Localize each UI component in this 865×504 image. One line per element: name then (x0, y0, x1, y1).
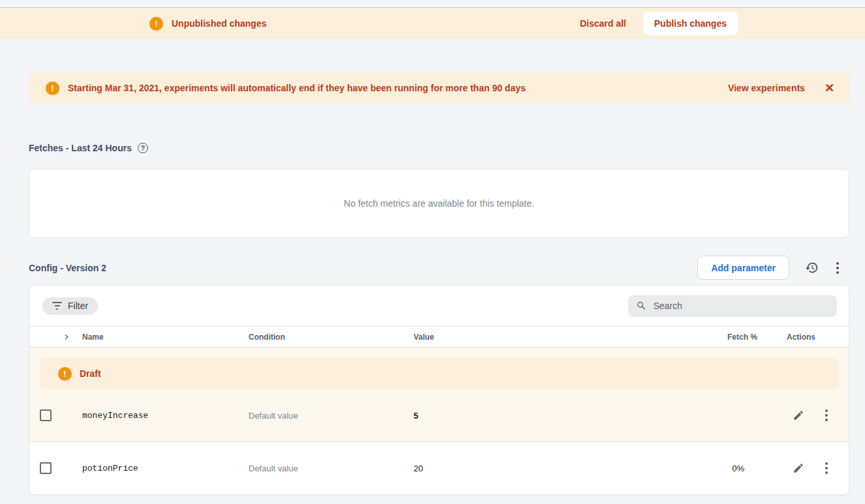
row-checkbox[interactable] (40, 462, 52, 474)
filter-label: Filter (68, 301, 88, 311)
table-toolbar: Filter (29, 286, 849, 326)
config-version-title: Config - Version 2 (29, 263, 106, 273)
draft-label: Draft (80, 368, 101, 379)
publish-changes-button[interactable]: Publish changes (643, 12, 738, 35)
discard-all-button[interactable]: Discard all (580, 18, 626, 29)
column-header-name: Name (82, 333, 249, 342)
column-header-condition: Condition (249, 333, 414, 342)
parameter-condition: Default value (249, 411, 414, 421)
filter-icon (52, 302, 62, 310)
row-menu-kebab-icon[interactable] (823, 461, 830, 475)
draft-section: ! Draft moneyIncrease Default value 5 (29, 348, 849, 442)
draft-banner: ! Draft (40, 358, 838, 389)
parameter-name: potionPrice (82, 464, 249, 473)
parameter-condition: Default value (249, 464, 414, 473)
search-box[interactable] (628, 295, 837, 317)
unpublished-changes-banner: ! Unpublished changes Discard all Publis… (0, 8, 865, 39)
search-icon (636, 300, 646, 312)
column-header-fetch: Fetch % (679, 333, 757, 342)
parameters-table-card: Filter Name Condition Value Fetch % Acti… (29, 285, 849, 495)
warning-icon: ! (46, 82, 59, 95)
column-header-actions: Actions (757, 333, 849, 342)
fetches-title: Fetches - Last 24 Hours (29, 143, 132, 153)
config-header: Config - Version 2 Add parameter (29, 256, 849, 280)
add-parameter-button[interactable]: Add parameter (697, 256, 789, 280)
view-experiments-link[interactable]: View experiments (728, 83, 805, 93)
edit-pencil-icon[interactable] (793, 409, 804, 421)
help-icon[interactable]: ? (138, 143, 148, 153)
version-history-icon[interactable] (805, 261, 819, 274)
top-edge (0, 0, 865, 8)
parameter-name: moneyIncrease (82, 411, 249, 421)
search-input[interactable] (653, 301, 829, 311)
table-row: potionPrice Default value 20 0% (29, 442, 849, 494)
row-checkbox[interactable] (40, 409, 52, 421)
expand-all-chevron-icon[interactable] (29, 332, 82, 342)
filter-button[interactable]: Filter (42, 297, 98, 315)
row-menu-kebab-icon[interactable] (823, 408, 830, 422)
warning-icon: ! (58, 367, 72, 381)
unpublished-changes-label: Unpublished changes (172, 18, 266, 29)
column-header-value: Value (414, 333, 679, 342)
experiments-notice-text: Starting Mar 31, 2021, experiments will … (68, 83, 526, 93)
parameter-value: 5 (414, 411, 679, 421)
close-icon[interactable]: ✕ (825, 82, 834, 94)
fetches-section-header: Fetches - Last 24 Hours ? (29, 143, 849, 153)
experiments-notice-banner: ! Starting Mar 31, 2021, experiments wil… (29, 72, 849, 104)
fetch-metrics-card: No fetch metrics are available for this … (29, 169, 849, 238)
config-menu-kebab-icon[interactable] (834, 261, 842, 275)
table-header-row: Name Condition Value Fetch % Actions (29, 326, 849, 348)
table-row: moneyIncrease Default value 5 (29, 389, 849, 441)
parameter-fetch-percent: 0% (679, 464, 757, 473)
warning-icon: ! (149, 17, 163, 31)
parameter-value: 20 (414, 464, 679, 473)
edit-pencil-icon[interactable] (793, 462, 804, 474)
fetch-metrics-empty-message: No fetch metrics are available for this … (344, 198, 534, 209)
